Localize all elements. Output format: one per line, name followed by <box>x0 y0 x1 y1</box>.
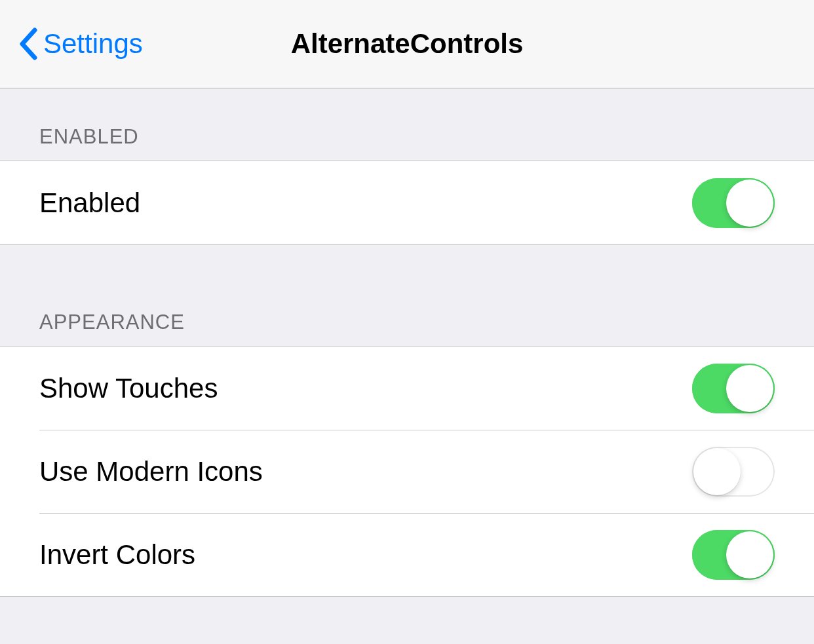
cell-enabled: Enabled <box>0 161 814 244</box>
toggle-knob <box>726 180 773 227</box>
toggle-knob <box>726 365 773 412</box>
cell-use-modern-icons: Use Modern Icons <box>0 430 814 513</box>
section-appearance: Show Touches Use Modern Icons Invert Col… <box>0 346 814 597</box>
cell-label: Invert Colors <box>39 539 195 571</box>
toggle-use-modern-icons[interactable] <box>692 447 775 497</box>
cell-label: Show Touches <box>39 373 218 404</box>
section-header-enabled: ENABLED <box>0 88 814 161</box>
back-label: Settings <box>43 28 143 60</box>
section-enabled: Enabled <box>0 161 814 245</box>
toggle-knob <box>693 448 741 495</box>
cell-invert-colors: Invert Colors <box>0 513 814 596</box>
cell-label: Enabled <box>39 187 140 219</box>
toggle-invert-colors[interactable] <box>692 530 775 580</box>
toggle-enabled[interactable] <box>692 178 775 228</box>
navigation-bar: Settings AlternateControls <box>0 0 814 88</box>
back-button[interactable]: Settings <box>0 28 143 60</box>
cell-show-touches: Show Touches <box>0 347 814 430</box>
chevron-left-icon <box>18 28 38 60</box>
section-header-appearance: APPEARANCE <box>0 245 814 346</box>
cell-label: Use Modern Icons <box>39 456 263 487</box>
toggle-knob <box>726 531 773 578</box>
toggle-show-touches[interactable] <box>692 364 775 413</box>
